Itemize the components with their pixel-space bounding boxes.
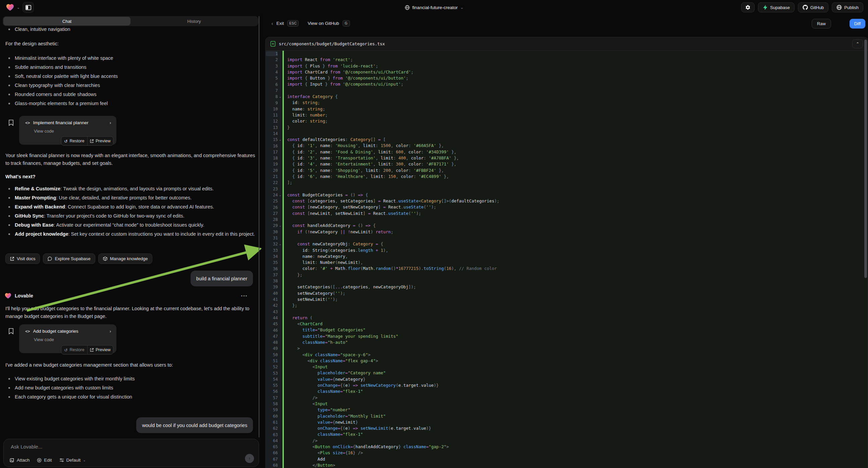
- code-editor-diff[interactable]: 12import React from 'react';3import { Pl…: [266, 51, 868, 468]
- code-line: 44 return (: [266, 315, 868, 321]
- code-line: 43: [266, 309, 868, 315]
- chevron-right-icon: ›: [110, 329, 111, 334]
- model-default-dropdown[interactable]: Default ⌄: [59, 458, 86, 463]
- list-item: Refine & Customize: Tweak the design, an…: [5, 185, 256, 193]
- view-on-github-button[interactable]: View on GitHub G: [308, 20, 350, 27]
- fold-chevron-icon: ⌄: [278, 224, 282, 227]
- view-code-link[interactable]: View code: [34, 337, 111, 342]
- code-line: 8⌄interface Category {: [266, 94, 868, 100]
- list-item: Minimalist interface with plenty of whit…: [5, 54, 256, 62]
- code-line: 13}: [266, 124, 868, 130]
- code-line: 19 { id: '4', name: 'Entertainment', lim…: [266, 161, 868, 167]
- github-button-label: GitHub: [810, 5, 824, 10]
- code-line: 68 </Button>: [266, 462, 868, 468]
- code-line: 48 className="h-auto": [266, 340, 868, 346]
- raw-toggle-button[interactable]: Raw: [812, 19, 831, 29]
- edit-mode-button[interactable]: Edit: [37, 458, 52, 463]
- restore-icon: ↺: [64, 348, 67, 352]
- list-item: Expand with Backend: Connect Supabase to…: [5, 203, 256, 211]
- assistant-name: Lovable: [15, 293, 33, 298]
- message-more-menu[interactable]: •••: [241, 293, 248, 298]
- code-line: 26 const [newCategory, setNewCategory] =…: [266, 204, 868, 210]
- collapse-file-button[interactable]: ⌃: [852, 39, 863, 48]
- restore-icon: ↺: [64, 139, 67, 144]
- code-line: 37 };: [266, 272, 868, 278]
- lovable-logo-heart-icon[interactable]: [6, 4, 14, 11]
- explore-supabase-button[interactable]: Explore Supabase: [43, 254, 95, 264]
- code-line: 23: [266, 186, 868, 192]
- restore-button[interactable]: ↺Restore: [61, 346, 87, 354]
- tab-chat[interactable]: Chat: [3, 17, 130, 26]
- project-switcher[interactable]: financial-future-creator ⌄: [405, 0, 463, 15]
- code-line: 40 setNewCategory('');: [266, 290, 868, 296]
- send-button[interactable]: ↑: [245, 454, 254, 463]
- code-icon: <>: [25, 120, 30, 125]
- manage-knowledge-button[interactable]: Manage knowledge: [98, 254, 153, 264]
- code-line: 12 color: string;: [266, 118, 868, 124]
- code-line: 31: [266, 235, 868, 241]
- code-line: 59 type="number": [266, 407, 868, 413]
- chevron-right-icon: ›: [110, 120, 111, 125]
- list-item: Soft, neutral color palette with light b…: [5, 72, 256, 80]
- list-item: Master Prompting: Use clear, detailed, a…: [5, 194, 256, 202]
- diff-toggle-button[interactable]: Diff: [849, 19, 865, 29]
- exit-button[interactable]: ‹ Exit ESC: [272, 20, 299, 27]
- restore-preview-toolbar: ↺Restore Preview: [61, 136, 114, 146]
- code-line: 65 <Button onClick={handleAddCategory} c…: [266, 444, 868, 450]
- chat-scrollbar[interactable]: [259, 16, 259, 437]
- attach-button[interactable]: Attach: [10, 458, 30, 463]
- file-diff-card: src/components/budget/BudgetCategories.t…: [266, 37, 868, 468]
- added-features-intro: I've added a new budget categories manag…: [5, 361, 256, 369]
- code-line: 46 title="Budget Categories": [266, 327, 868, 333]
- code-line: 6import { Input } from '@/components/ui/…: [266, 81, 868, 87]
- external-link-icon: [90, 139, 94, 143]
- file-header[interactable]: src/components/budget/BudgetCategories.t…: [266, 37, 868, 51]
- fold-chevron-icon: ⌄: [278, 194, 282, 197]
- list-item: Glass-morphic elements for a premium fee…: [5, 100, 256, 108]
- publish-button[interactable]: Publish: [832, 2, 863, 12]
- code-line: 9 id: string;: [266, 100, 868, 106]
- list-item: Clean, intuitive navigation: [5, 26, 256, 33]
- settings-button[interactable]: [741, 2, 754, 12]
- list-item: GitHub Sync: Transfer your project's cod…: [5, 212, 256, 220]
- code-line: 16 { id: '1', name: 'Housing', limit: 15…: [266, 143, 868, 149]
- preview-button[interactable]: Preview: [87, 346, 114, 354]
- gear-icon: [745, 5, 750, 10]
- code-line: 3import { Plus } from 'lucide-react';: [266, 63, 868, 69]
- chevron-down-icon: ⌄: [83, 458, 86, 462]
- code-line: 57 />: [266, 395, 868, 401]
- logo-chevron-down-icon[interactable]: ⌄: [17, 5, 20, 10]
- package-icon: [103, 257, 107, 261]
- version-card-title: Add budget categories: [33, 329, 78, 334]
- chat-input[interactable]: [11, 444, 212, 449]
- supabase-button[interactable]: Supabase: [758, 2, 795, 12]
- visit-docs-button[interactable]: Visit docs: [5, 254, 40, 264]
- code-line: 52 <Input: [266, 364, 868, 370]
- code-line: 21 { id: '6', name: 'Healthcare', limit:…: [266, 174, 868, 180]
- view-code-link[interactable]: View code: [34, 128, 111, 134]
- scrollback-bullet-list: Clean, intuitive navigation: [5, 26, 256, 35]
- bookmark-icon[interactable]: [8, 119, 14, 126]
- code-view-panel: ‹ Exit ESC View on GitHub G Raw Diff src…: [261, 15, 868, 468]
- toggle-sidebar-button[interactable]: [23, 2, 34, 13]
- chat-bubble-icon: [48, 257, 52, 261]
- restore-button[interactable]: ↺Restore: [61, 137, 87, 145]
- code-scrollbar[interactable]: [864, 39, 867, 278]
- design-intro-text: For the design aesthetic:: [5, 40, 256, 48]
- preview-button[interactable]: Preview: [87, 137, 114, 145]
- fold-chevron-icon: ⌄: [278, 242, 282, 246]
- added-features-list: View existing budget categories with the…: [5, 375, 256, 402]
- file-path: src/components/budget/BudgetCategories.t…: [279, 41, 385, 46]
- supabase-bolt-icon: [763, 5, 768, 10]
- chat-panel: Chat History Clean, intuitive navigation…: [0, 15, 261, 468]
- code-line: 2import React from 'react';: [266, 57, 868, 63]
- code-line: 63 className="flex-1": [266, 431, 868, 437]
- restore-preview-toolbar: ↺Restore Preview: [61, 345, 114, 354]
- list-item: Rounded corners and subtle shadows: [5, 91, 256, 98]
- tab-history[interactable]: History: [130, 17, 258, 26]
- code-line: 7: [266, 88, 868, 94]
- code-line: 10 name: string;: [266, 106, 868, 112]
- github-button[interactable]: GitHub: [798, 2, 829, 12]
- whats-next-list: Refine & Customize: Tweak the design, an…: [5, 185, 256, 239]
- bookmark-icon[interactable]: [8, 328, 14, 334]
